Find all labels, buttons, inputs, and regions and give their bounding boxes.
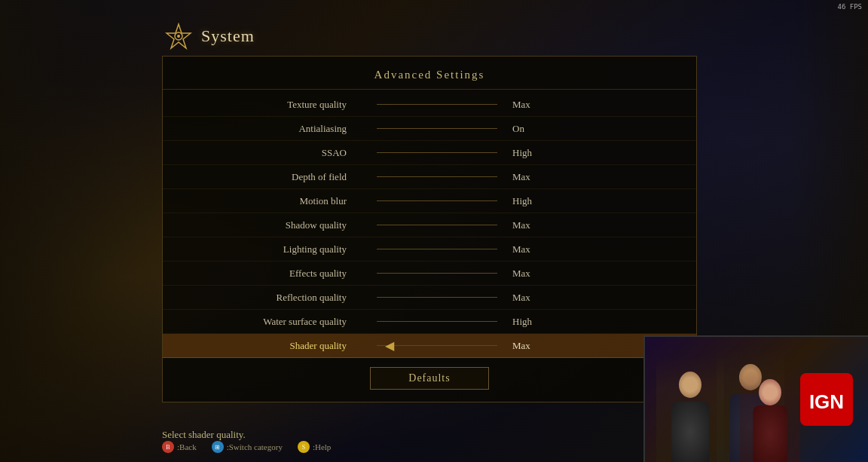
fps-counter: 46 FPS xyxy=(837,3,862,11)
setting-label-9: Water surface quality xyxy=(185,316,369,328)
switch-icon: ⊞ xyxy=(212,441,224,453)
setting-label-5: Shadow quality xyxy=(185,219,369,231)
defaults-button[interactable]: Defaults xyxy=(370,367,488,390)
person-3 xyxy=(740,364,800,462)
setting-value-1: On xyxy=(505,123,674,135)
bg-left-arch xyxy=(0,0,166,462)
switch-control: ⊞ :Switch category xyxy=(212,441,283,453)
arrow-left-icon[interactable]: ◀ xyxy=(385,338,394,353)
settings-row-4[interactable]: Motion blurHigh xyxy=(163,189,696,213)
settings-row-0[interactable]: Texture qualityMax xyxy=(163,93,696,117)
svg-text:IGN: IGN xyxy=(809,390,844,413)
window-title: System xyxy=(201,26,255,46)
face-1 xyxy=(679,372,701,398)
settings-row-6[interactable]: Lighting qualityMax xyxy=(163,237,696,262)
setting-label-10: Shader quality xyxy=(185,340,369,352)
settings-panel: Advanced Settings Texture qualityMaxAnti… xyxy=(162,56,697,402)
back-control: B :Back xyxy=(162,441,197,453)
settings-row-9[interactable]: Water surface qualityHigh xyxy=(163,310,696,334)
system-icon xyxy=(165,23,192,50)
settings-window: System Advanced Settings Texture quality… xyxy=(162,23,697,402)
back-icon: B xyxy=(162,441,174,453)
setting-label-0: Texture quality xyxy=(185,99,369,111)
help-label: :Help xyxy=(313,442,331,451)
settings-row-5[interactable]: Shadow qualityMax xyxy=(163,213,696,237)
settings-row-10[interactable]: Shader quality◀Max▶ xyxy=(163,334,696,358)
setting-value-0: Max xyxy=(505,99,674,111)
setting-label-8: Reflection quality xyxy=(185,292,369,304)
setting-label-4: Motion blur xyxy=(185,195,369,207)
setting-value-7: Max xyxy=(505,268,674,280)
settings-row-7[interactable]: Effects qualityMax xyxy=(163,262,696,286)
setting-value-2: High xyxy=(505,147,674,159)
bottom-bar: Select shader quality. B :Back ⊞ :Switch… xyxy=(162,429,331,453)
panel-header: Advanced Settings xyxy=(163,64,696,90)
hint-text: Select shader quality. xyxy=(162,429,331,441)
setting-value-6: Max xyxy=(505,243,674,255)
settings-row-1[interactable]: AntialiasingOn xyxy=(163,117,696,141)
setting-value-9: High xyxy=(505,316,674,328)
person-1 xyxy=(656,356,724,462)
setting-label-3: Depth of field xyxy=(185,171,369,183)
settings-row-2[interactable]: SSAOHigh xyxy=(163,141,696,165)
back-label: :Back xyxy=(177,442,197,451)
stream-thumbnail: IGN xyxy=(643,335,868,462)
setting-value-3: Max xyxy=(505,171,674,183)
switch-label: :Switch category xyxy=(227,442,283,451)
settings-row-8[interactable]: Reflection qualityMax xyxy=(163,286,696,310)
setting-value-8: Max xyxy=(505,292,674,304)
setting-label-7: Effects quality xyxy=(185,268,369,280)
svg-point-2 xyxy=(177,35,180,38)
ign-logo: IGN xyxy=(800,373,853,426)
title-bar: System xyxy=(162,23,697,50)
setting-label-1: Antialiasing xyxy=(185,123,369,135)
setting-value-5: Max xyxy=(505,219,674,231)
setting-label-6: Lighting quality xyxy=(185,243,369,255)
torso-1 xyxy=(671,402,709,462)
setting-label-2: SSAO xyxy=(185,147,369,159)
settings-row-3[interactable]: Depth of fieldMax xyxy=(163,165,696,189)
defaults-container: Defaults xyxy=(163,358,696,394)
setting-value-4: High xyxy=(505,195,674,207)
control-hints: B :Back ⊞ :Switch category S :Help xyxy=(162,441,331,453)
torso-3 xyxy=(753,405,787,462)
help-icon: S xyxy=(298,441,310,453)
help-control: S :Help xyxy=(298,441,331,453)
face-3 xyxy=(759,379,781,405)
settings-list: Texture qualityMaxAntialiasingOnSSAOHigh… xyxy=(163,93,696,358)
